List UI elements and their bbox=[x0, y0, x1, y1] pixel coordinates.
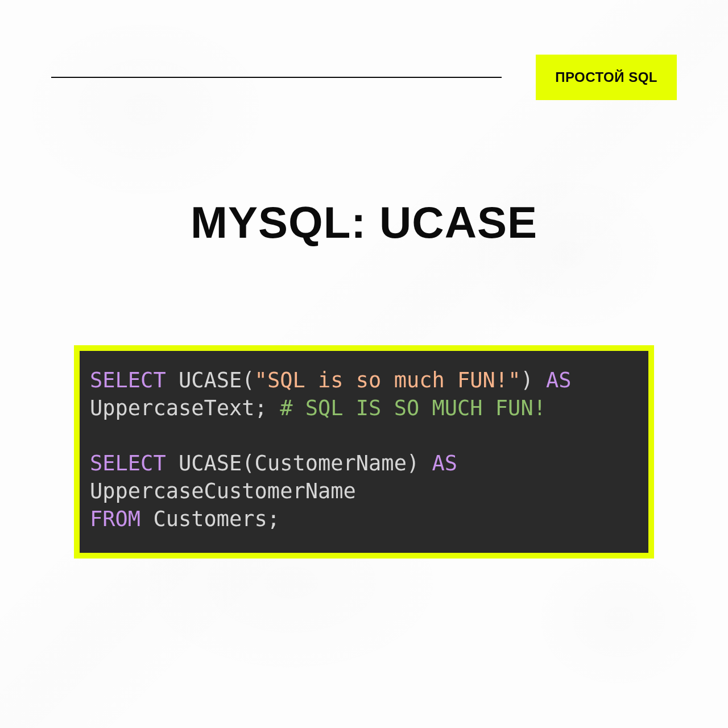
code-block-frame: SELECT UCASE("SQL is so much FUN!") AS U… bbox=[74, 345, 654, 559]
string-literal: "SQL is so much FUN!" bbox=[255, 368, 521, 392]
table-customers: Customers; bbox=[153, 507, 280, 531]
paren-close: ) bbox=[407, 451, 419, 475]
keyword-select: SELECT bbox=[90, 451, 166, 475]
code-block: SELECT UCASE("SQL is so much FUN!") AS U… bbox=[90, 367, 638, 533]
paren-open: ( bbox=[242, 368, 254, 392]
function-ucase: UCASE bbox=[179, 451, 242, 475]
brand-badge: ПРОСТОЙ SQL bbox=[536, 55, 677, 100]
page-title: MYSQL: UCASE bbox=[51, 197, 677, 249]
paren-open: ( bbox=[242, 451, 254, 475]
header-divider bbox=[51, 77, 502, 78]
alias-uppercasetext: UppercaseText; bbox=[90, 396, 267, 420]
function-ucase: UCASE bbox=[179, 368, 242, 392]
alias-uppercasecustomername: UppercaseCustomerName bbox=[90, 479, 356, 503]
paren-close: ) bbox=[520, 368, 533, 392]
comment-result: # SQL IS SO MUCH FUN! bbox=[280, 396, 546, 420]
page-container: ПРОСТОЙ SQL MYSQL: UCASE SELECT UCASE("S… bbox=[0, 0, 728, 728]
header-row: ПРОСТОЙ SQL bbox=[51, 55, 677, 100]
keyword-as: AS bbox=[432, 451, 457, 475]
keyword-from: FROM bbox=[90, 507, 140, 531]
keyword-select: SELECT bbox=[90, 368, 166, 392]
arg-customername: CustomerName bbox=[255, 451, 407, 475]
keyword-as: AS bbox=[546, 368, 572, 392]
